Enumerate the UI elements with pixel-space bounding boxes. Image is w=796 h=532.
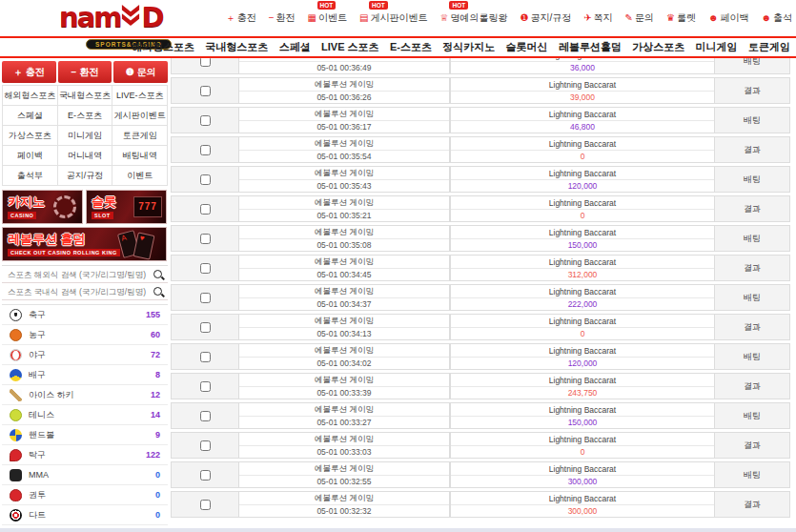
sidebar-quick-buttons: ＋충전−환전❶문의 (2, 61, 168, 83)
nav-item[interactable]: 레볼루션홀덤 (559, 40, 622, 54)
row-checkbox[interactable] (200, 440, 211, 451)
row-checkbox[interactable] (200, 470, 211, 481)
sport-list-item[interactable]: 아이스 하키12 (2, 385, 168, 405)
row-checkbox[interactable] (200, 204, 211, 215)
top-menu-item[interactable]: HOT♕명예의롤링왕 (439, 11, 507, 25)
top-menu-item[interactable]: ＋충전 (226, 11, 256, 25)
nav-item[interactable]: E-스포츠 (390, 40, 432, 54)
nav-item[interactable]: 국내형스포츠 (205, 40, 268, 54)
sidebar-menu-item[interactable]: 출석부 (3, 166, 58, 186)
status-label: 배팅 (715, 403, 789, 428)
provider-cell: 에볼루션 게이밍05-01 00:34:13 (238, 315, 450, 339)
sport-list-item[interactable]: 핸드볼9 (2, 425, 168, 445)
top-menu-item[interactable]: ✎문의 (625, 11, 654, 25)
revolution-holdem-banner[interactable]: 레볼루션 홀덤 CHECK OUT CASINO ROLLING KING A♥ (2, 227, 167, 261)
row-checkbox[interactable] (200, 322, 211, 333)
sidebar-menu-item[interactable]: 페이백 (3, 146, 58, 166)
top-menu-item[interactable]: ✈쪽지 (583, 11, 612, 25)
nav-item[interactable]: 가상스포츠 (632, 40, 684, 54)
nav-item[interactable]: 스페셜 (279, 40, 311, 54)
sport-count: 0 (155, 490, 160, 500)
row-checkbox[interactable] (200, 500, 211, 510)
row-checkbox-cell (172, 285, 238, 310)
sidebar-menu-item[interactable]: 머니내역 (58, 146, 113, 166)
sidebar-menu-item[interactable]: LIVE-스포츠 (112, 86, 168, 106)
game-cell: Lightning Baccarat243,750 (450, 374, 715, 399)
row-checkbox[interactable] (200, 115, 211, 126)
sidebar-menu-item[interactable]: 배팅내역 (112, 146, 168, 166)
top-menu-item[interactable]: ☻출석 (761, 11, 792, 25)
sport-list-item[interactable]: MMA0 (2, 465, 168, 485)
sport-list-item[interactable]: 다트0 (2, 505, 168, 525)
row-checkbox[interactable] (200, 352, 211, 362)
top-menu-item[interactable]: ☻페이백 (708, 11, 749, 25)
provider-name: 에볼루션 게이밍 (239, 462, 449, 476)
sport-list-item[interactable]: 야구72 (2, 345, 168, 365)
top-menu-item[interactable]: −환전 (269, 11, 296, 25)
sport-count: 0 (155, 470, 160, 480)
nav-item[interactable]: 토큰게임 (748, 40, 790, 54)
sidebar-menu-item[interactable]: 이벤트 (112, 166, 168, 186)
sport-list-item[interactable]: 농구60 (2, 325, 168, 345)
top-menu-item[interactable]: HOT▦이벤트 (308, 11, 347, 25)
sport-name: MMA (29, 470, 149, 480)
bet-table-row: 에볼루션 게이밍05-01 00:32:32Lightning Baccarat… (171, 491, 790, 518)
quick-button[interactable]: −환전 (58, 61, 112, 83)
nav-item[interactable]: 해외형스포츠 (132, 40, 194, 54)
slot-banner[interactable]: 슬롯 SLOT 777 (86, 190, 167, 224)
sidebar-menu-item[interactable]: 공지/규정 (58, 166, 113, 186)
nav-item[interactable]: 정식카지노 (442, 40, 495, 54)
nav-item[interactable]: 슬롯머신 (506, 40, 548, 54)
sport-list-item[interactable]: 테니스14 (2, 405, 168, 425)
domestic-sports-search-input[interactable] (8, 287, 153, 297)
top-menu-item[interactable]: ❶공지/규정 (520, 11, 571, 25)
row-checkbox[interactable] (200, 293, 211, 303)
sport-list-item[interactable]: 탁구122 (2, 445, 168, 465)
game-name: Lightning Baccarat (451, 226, 714, 239)
search-icon[interactable] (153, 270, 162, 278)
search-icon[interactable] (153, 287, 162, 296)
sidebar-menu-item[interactable]: E-스포츠 (58, 106, 113, 126)
bet-time: 05-01 00:35:54 (239, 151, 449, 162)
row-checkbox[interactable] (200, 263, 211, 274)
sidebar-menu-item[interactable]: 토큰게임 (112, 126, 168, 146)
sidebar-menu-item[interactable]: 해외형스포츠 (3, 86, 58, 106)
sidebar-menu-item[interactable]: 가상스포츠 (3, 126, 58, 146)
top-menu-item[interactable]: HOT▤게시판이벤트 (359, 11, 427, 25)
nav-item[interactable]: LIVE 스포츠 (321, 40, 379, 54)
bet-table-row: 에볼루션 게이밍05-01 00:36:49Lightning Baccarat… (171, 58, 790, 74)
revolution-banner-title: 레볼루션 홀덤 (8, 231, 86, 248)
provider-cell: 에볼루션 게이밍05-01 00:35:43 (238, 167, 450, 192)
row-checkbox-cell (172, 256, 238, 280)
top-menu-item[interactable]: ♛룰렛 (666, 11, 696, 25)
sport-list-item[interactable]: 권투0 (2, 485, 168, 505)
sport-list-item[interactable]: 축구155 (2, 305, 168, 325)
row-checkbox-cell (172, 344, 238, 369)
row-checkbox[interactable] (200, 58, 211, 67)
bet-amount: 0 (451, 151, 714, 162)
row-checkbox[interactable] (200, 381, 211, 392)
row-checkbox[interactable] (200, 234, 211, 244)
provider-name: 에볼루션 게이밍 (239, 196, 449, 210)
row-checkbox[interactable] (200, 145, 211, 155)
overseas-sports-search-input[interactable] (8, 270, 153, 279)
sport-list-item[interactable]: 배구8 (2, 365, 168, 385)
row-checkbox[interactable] (200, 411, 211, 421)
bet-time: 05-01 00:32:32 (239, 505, 449, 517)
roulette-icon: ♛ (666, 12, 675, 23)
game-name: Lightning Baccarat (451, 137, 714, 151)
bet-table-row: 에볼루션 게이밍05-01 00:34:45Lightning Baccarat… (171, 255, 790, 281)
casino-banner[interactable]: 카지노 CASINO (2, 190, 83, 224)
bet-table-row: 에볼루션 게이밍05-01 00:35:54Lightning Baccarat… (171, 136, 790, 163)
row-checkbox-cell (172, 58, 238, 73)
quick-button[interactable]: ❶문의 (113, 61, 168, 83)
quick-button[interactable]: ＋충전 (2, 61, 56, 83)
row-checkbox[interactable] (200, 174, 211, 185)
row-checkbox[interactable] (200, 86, 211, 96)
sidebar-menu-item[interactable]: 게시판이벤트 (112, 106, 168, 126)
sidebar-menu-item[interactable]: 국내형스포츠 (58, 86, 113, 106)
sidebar-menu-item[interactable]: 스페셜 (3, 106, 58, 126)
sidebar-menu-item[interactable]: 미니게임 (58, 126, 113, 146)
status-label: 배팅 (715, 285, 789, 310)
nav-item[interactable]: 미니게임 (696, 40, 738, 54)
